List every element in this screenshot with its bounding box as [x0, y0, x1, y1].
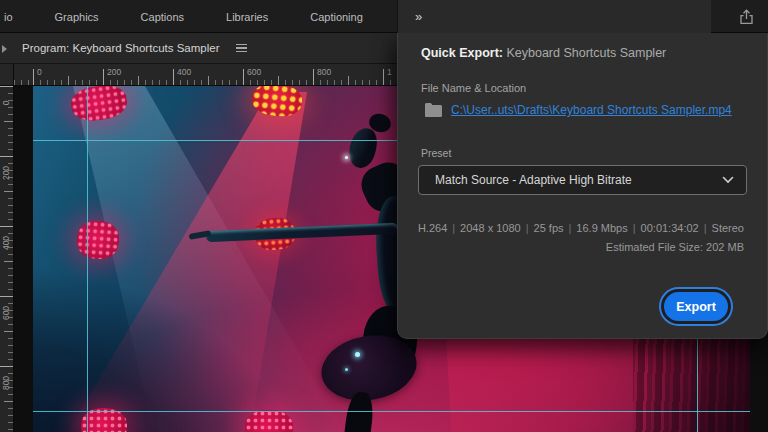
preset-dropdown-value: Match Source - Adaptive High Bitrate — [435, 173, 722, 187]
ruler-label: 200 — [0, 159, 13, 187]
program-monitor-title: Program: Keyboard Shortcuts Sampler — [22, 42, 220, 54]
summary-framerate: 25 fps — [534, 222, 564, 234]
quick-export-share-icon[interactable] — [734, 5, 758, 29]
premiere-app-window: 0 200 400 600 800 1 0 200 400 600 800 Pr… — [0, 0, 768, 432]
ruler-label: 200 — [107, 67, 121, 77]
workspace-tab-libraries[interactable]: Libraries — [226, 11, 268, 23]
workspace-bar-right-section — [397, 0, 711, 33]
quick-export-title: Quick Export: Keyboard Shortcuts Sampler — [421, 46, 666, 60]
file-name-location-label: File Name & Location — [421, 82, 526, 94]
horizontal-ruler: 0 200 400 600 800 1 — [14, 64, 397, 86]
ruler-label: 400 — [177, 67, 191, 77]
export-button[interactable]: Export — [664, 292, 728, 321]
preset-label: Preset — [421, 147, 451, 159]
ruler-label: 800 — [0, 369, 13, 397]
summary-audio: Stereo — [712, 222, 744, 234]
ruler-label: 800 — [317, 67, 331, 77]
tutu-glint — [355, 352, 360, 357]
quick-export-panel: Quick Export: Keyboard Shortcuts Sampler… — [397, 33, 768, 339]
ruler-label: 0 — [0, 89, 13, 117]
workspace-tab-audio-partial[interactable]: io — [4, 11, 13, 23]
panel-menu-icon[interactable] — [236, 44, 247, 53]
tutu-glint — [345, 368, 348, 371]
workspace-overflow-chevron-icon[interactable]: » — [415, 0, 421, 33]
export-file-path-link[interactable]: C:\User..uts\Drafts\Keyboard Shortcuts S… — [451, 103, 732, 117]
ruler-label: 0 — [37, 67, 42, 77]
panel-edge-arrow-icon[interactable] — [2, 45, 7, 53]
summary-separator: | — [569, 222, 572, 234]
ruler-ticks — [14, 64, 397, 85]
led-light-bottom-mid — [245, 410, 293, 432]
safe-margin-guide-left — [87, 86, 88, 432]
workspace-tabs: io Graphics Captions Libraries Captionin… — [4, 0, 363, 33]
summary-separator: | — [704, 222, 707, 234]
summary-resolution: 2048 x 1080 — [460, 222, 521, 234]
summary-codec: H.264 — [418, 222, 447, 234]
ruler-label: 600 — [247, 67, 261, 77]
summary-separator: | — [526, 222, 529, 234]
folder-icon[interactable] — [425, 103, 442, 117]
ruler-label: 600 — [0, 299, 13, 327]
quick-export-title-value: Keyboard Shortcuts Sampler — [503, 46, 666, 60]
vertical-ruler: 0 200 400 600 800 — [0, 86, 14, 432]
workspace-tab-captions[interactable]: Captions — [141, 11, 184, 23]
workspace-bar: io Graphics Captions Libraries Captionin… — [0, 0, 768, 33]
ruler-corner — [0, 64, 14, 86]
program-monitor-header: Program: Keyboard Shortcuts Sampler — [0, 33, 397, 64]
summary-separator: | — [633, 222, 636, 234]
workspace-tab-graphics[interactable]: Graphics — [55, 11, 99, 23]
ruler-label: 1 — [387, 67, 392, 77]
preset-dropdown[interactable]: Match Source - Adaptive High Bitrate — [418, 165, 747, 195]
file-row: C:\User..uts\Drafts\Keyboard Shortcuts S… — [425, 103, 732, 117]
quick-export-title-label: Quick Export: — [421, 46, 503, 60]
summary-duration: 00:01:34:02 — [641, 222, 699, 234]
summary-separator: | — [452, 222, 455, 234]
export-summary: H.264|2048 x 1080|25 fps|16.9 Mbps|00:01… — [406, 222, 744, 234]
workspace-tab-captioning[interactable]: Captioning — [310, 11, 363, 23]
safe-margin-guide-bottom — [33, 411, 750, 412]
ruler-label: 400 — [0, 229, 13, 257]
sparkle-highlight — [345, 156, 348, 159]
summary-bitrate: 16.9 Mbps — [576, 222, 627, 234]
estimated-file-size: Estimated File Size: 202 MB — [606, 241, 744, 253]
chevron-down-icon — [722, 176, 734, 184]
